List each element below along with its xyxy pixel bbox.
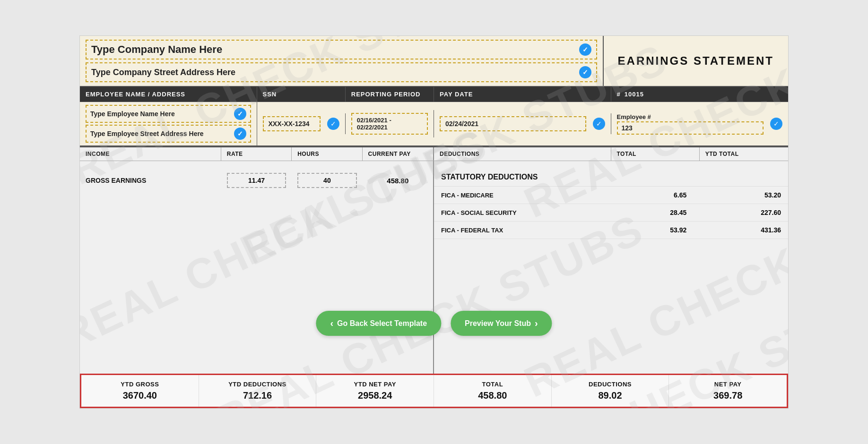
net-pay-cell: NET PAY 369.78 <box>669 375 787 407</box>
ssn-check-icon[interactable]: ✓ <box>327 118 339 130</box>
header-section: Type Company Name Here ✓ Type Company St… <box>80 36 788 87</box>
gross-label: GROSS EARNINGS <box>80 177 221 184</box>
right-col-headers: DEDUCTIONS TOTAL YTD TOTAL <box>434 147 788 161</box>
income-col-header: INCOME <box>80 147 221 161</box>
employee-name-col: Type Employee Name Here ✓ Type Employee … <box>80 102 257 145</box>
paydate-col: 02/24/2021 ✓ <box>434 113 611 134</box>
deduction-row: FICA - MEDICARE 6.65 53.20 <box>434 187 788 204</box>
total-label: TOTAL <box>441 381 544 388</box>
back-button[interactable]: ‹ Go Back Select Template <box>316 311 441 336</box>
ded-label-1: FICA - SOCIAL SECURITY <box>441 209 611 216</box>
ytd-net-pay-cell: YTD NET PAY 2958.24 <box>316 375 434 407</box>
left-panel: GROSS EARNINGS 11.47 40 458.80 <box>80 161 434 374</box>
statutory-title: STATUTORY DEDUCTIONS <box>434 168 788 187</box>
emp-num-check-icon[interactable]: ✓ <box>770 118 782 130</box>
ded-total-2: 53.92 <box>611 226 696 234</box>
period-field[interactable]: 02/16/2021 - 02/22/2021 <box>351 113 428 135</box>
ytd-deductions-value: 712.16 <box>206 390 309 401</box>
company-address-text: Type Company Street Address Here <box>91 68 235 77</box>
col-header-paydate: PAY DATE <box>434 87 611 102</box>
ded-label-0: FICA - MEDICARE <box>441 192 611 199</box>
emp-addr-check-icon[interactable]: ✓ <box>234 128 246 140</box>
company-address-field[interactable]: Type Company Street Address Here ✓ <box>86 62 597 82</box>
totals-row: YTD GROSS 3670.40 YTD DEDUCTIONS 712.16 … <box>80 374 788 408</box>
net-pay-label: NET PAY <box>676 381 780 388</box>
left-col-headers: INCOME RATE HOURS CURRENT PAY <box>80 147 434 161</box>
ytd-net-pay-value: 2958.24 <box>323 390 426 401</box>
company-name-text: Type Company Name Here <box>91 43 222 56</box>
emp-num-field[interactable]: 123 <box>617 121 764 135</box>
preview-arrow-icon: › <box>535 318 538 329</box>
col-header-employee: EMPLOYEE NAME / ADDRESS <box>80 87 257 102</box>
employee-address-field[interactable]: Type Employee Street Address Here ✓ <box>86 125 251 143</box>
deductions-label: DEDUCTIONS <box>559 381 662 388</box>
preview-button-label: Preview Your Stub <box>465 319 531 328</box>
ytd-deductions-label: YTD DEDUCTIONS <box>206 381 309 388</box>
ytd-gross-cell: YTD GROSS 3670.40 <box>81 375 199 407</box>
right-panel: STATUTORY DEDUCTIONS FICA - MEDICARE 6.6… <box>434 161 788 374</box>
employee-name-field[interactable]: Type Employee Name Here ✓ <box>86 105 251 123</box>
ded-label-2: FICA - FEDERAL TAX <box>441 227 611 234</box>
net-pay-value: 369.78 <box>676 390 780 401</box>
gross-rate-col: 11.47 <box>221 173 292 188</box>
total-col-header: TOTAL <box>611 147 700 161</box>
ssn-col: XXX-XX-1234 ✓ <box>257 113 346 134</box>
gross-hours-col: 40 <box>292 173 362 188</box>
emp-num-col: Employee # 123 ✓ <box>611 111 789 137</box>
ded-ytd-0: 53.20 <box>696 191 781 199</box>
deduction-rows: FICA - MEDICARE 6.65 53.20 FICA - SOCIAL… <box>434 187 788 239</box>
company-info: Type Company Name Here ✓ Type Company St… <box>80 36 604 86</box>
full-headers-row: INCOME RATE HOURS CURRENT PAY DEDUCTIONS… <box>80 146 788 161</box>
current-pay-col-header: CURRENT PAY <box>363 147 433 161</box>
ded-total-1: 28.45 <box>611 209 696 216</box>
col-header-ssn: SSN <box>257 87 346 102</box>
ded-total-0: 6.65 <box>611 191 696 199</box>
preview-button[interactable]: Preview Your Stub › <box>451 311 552 336</box>
deduction-row: FICA - SOCIAL SECURITY 28.45 227.60 <box>434 204 788 222</box>
earnings-title-section: EARNINGS STATEMENT <box>604 36 788 86</box>
back-button-label: Go Back Select Template <box>337 319 427 328</box>
back-arrow-icon: ‹ <box>330 318 333 329</box>
company-address-check-icon[interactable]: ✓ <box>579 66 591 78</box>
ytd-total-col-header: YTD TOTAL <box>700 147 788 161</box>
total-value: 458.80 <box>441 390 544 401</box>
paydate-check-icon[interactable]: ✓ <box>593 118 605 130</box>
employee-info-row: Type Employee Name Here ✓ Type Employee … <box>80 102 788 146</box>
col-header-hash: # <box>617 91 621 98</box>
emp-num-label: Employee # <box>617 113 764 120</box>
deductions-col-header: DEDUCTIONS <box>434 147 611 161</box>
gross-current-pay: 458.80 <box>363 177 433 185</box>
hours-field[interactable]: 40 <box>297 173 356 188</box>
period-col: 02/16/2021 - 02/22/2021 <box>346 110 434 137</box>
emp-num-inner: Employee # 123 <box>617 113 764 135</box>
ytd-deductions-cell: YTD DEDUCTIONS 712.16 <box>199 375 317 407</box>
main-content: GROSS EARNINGS 11.47 40 458.80 STATUTORY… <box>80 161 788 374</box>
col-header-period: REPORTING PERIOD <box>346 87 434 102</box>
ded-ytd-1: 227.60 <box>696 209 781 216</box>
total-cell: TOTAL 458.80 <box>434 375 552 407</box>
stub-container: REAL CHECK STUBS REAL CHECK STUBS REAL C… <box>79 35 789 409</box>
employee-address-text: Type Employee Street Address Here <box>90 130 204 137</box>
deductions-value: 89.02 <box>559 390 662 401</box>
gross-earnings-row: GROSS EARNINGS 11.47 40 458.80 <box>80 168 433 193</box>
deduction-row: FICA - FEDERAL TAX 53.92 431.36 <box>434 222 788 239</box>
col-header-number: 10015 <box>625 91 644 98</box>
ded-ytd-2: 431.36 <box>696 226 781 234</box>
ssn-field[interactable]: XXX-XX-1234 <box>263 116 321 131</box>
paydate-field[interactable]: 02/24/2021 <box>440 116 586 131</box>
earnings-title-text: EARNINGS STATEMENT <box>618 54 774 68</box>
column-headers-row: EMPLOYEE NAME / ADDRESS SSN REPORTING PE… <box>80 87 788 102</box>
emp-name-check-icon[interactable]: ✓ <box>234 108 246 120</box>
nav-buttons: ‹ Go Back Select Template Preview Your S… <box>316 311 552 336</box>
col-header-num: # 10015 <box>611 87 789 102</box>
rate-field[interactable]: 11.47 <box>227 173 286 188</box>
company-name-check-icon[interactable]: ✓ <box>579 43 591 56</box>
employee-name-text: Type Employee Name Here <box>90 110 175 118</box>
rate-col-header: RATE <box>221 147 292 161</box>
company-name-field[interactable]: Type Company Name Here ✓ <box>86 40 597 60</box>
hours-col-header: HOURS <box>292 147 362 161</box>
deductions-cell: DEDUCTIONS 89.02 <box>552 375 669 407</box>
ytd-gross-value: 3670.40 <box>88 390 191 401</box>
ytd-gross-label: YTD GROSS <box>88 381 191 388</box>
ytd-net-pay-label: YTD NET PAY <box>323 381 426 388</box>
